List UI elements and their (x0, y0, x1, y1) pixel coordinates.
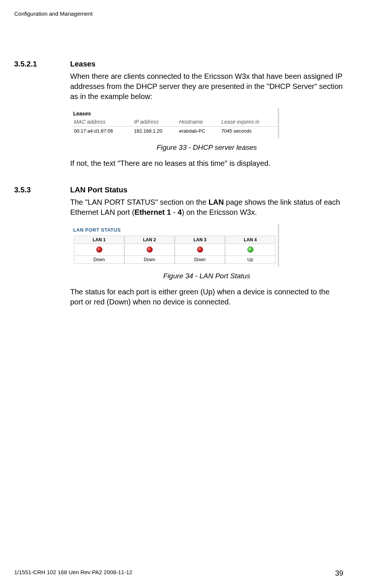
section-number: 3.5.3 (14, 186, 70, 194)
bold-lan: LAN (209, 198, 224, 206)
col-mac: MAC address (72, 117, 132, 127)
figure-lan-port-status: LAN PORT STATUS LAN 1 LAN 2 LAN 3 LAN 4 … (70, 224, 279, 267)
section-number: 3.5.2.1 (14, 60, 70, 68)
cell-expires: 7045 seconds (219, 127, 278, 136)
bold-eth1: Ethernet 1 (134, 208, 171, 216)
cell-mac: 00:17:a4:d1:87:06 (72, 127, 132, 136)
lan-status-4: Up (225, 256, 275, 264)
section-lanport-header: 3.5.3 LAN Port Status (14, 186, 343, 194)
text: - (171, 208, 178, 216)
figure-caption-34: Figure 34 - LAN Port Status (70, 272, 343, 280)
table-header-row: MAC address IP address Hostname Lease ex… (72, 117, 278, 127)
status-down-icon (197, 247, 203, 253)
lan-status-1: Down (74, 256, 124, 264)
section-title: Leases (70, 60, 96, 68)
lan-col-4: LAN 4 (225, 236, 275, 244)
lan-icon-cell-1 (74, 245, 124, 256)
footer-doc-id: 1/1551-CRH 102 168 Uen Rev PA2 2008-11-1… (14, 569, 132, 578)
page-header: Configuration and Management (14, 10, 93, 17)
figure-caption-33: Figure 33 - DHCP server leases (70, 143, 343, 152)
lan-icon-row (74, 245, 275, 256)
lan-icon-cell-3 (175, 245, 225, 256)
lan-col-2: LAN 2 (124, 236, 175, 244)
lan-col-1: LAN 1 (74, 236, 124, 244)
section-leases-para2: If not, the text "There are no leases at… (70, 158, 343, 168)
lan-col-3: LAN 3 (175, 236, 225, 244)
page-number: 39 (335, 569, 343, 578)
section-title: LAN Port Status (70, 186, 127, 194)
section-lanport-para1: The "LAN PORT STATUS" section on the LAN… (70, 197, 343, 217)
lan-status-2: Down (124, 256, 175, 264)
cell-host: erabdab-PC (177, 127, 219, 136)
lan-status-heading: LAN PORT STATUS (72, 226, 278, 236)
bold-4: 4 (178, 208, 182, 216)
status-up-icon (247, 247, 253, 253)
status-down-icon (96, 247, 102, 253)
cell-ip: 192.168.1.20 (132, 127, 177, 136)
lan-icon-cell-4 (225, 245, 275, 256)
lan-header-row: LAN 1 LAN 2 LAN 3 LAN 4 (74, 236, 275, 244)
col-ip: IP address (132, 117, 177, 127)
section-leases-para1: When there are clients connected to the … (70, 71, 343, 102)
leases-table: MAC address IP address Hostname Lease ex… (72, 117, 278, 135)
lan-icon-cell-2 (124, 245, 175, 256)
col-host: Hostname (177, 117, 219, 127)
section-lanport-para2: The status for each port is either green… (70, 287, 343, 307)
status-down-icon (147, 247, 153, 253)
lan-status-3: Down (175, 256, 225, 264)
lan-status-row: Down Down Down Up (74, 256, 275, 264)
text: ) on the Ericsson W3x. (182, 208, 257, 216)
leases-heading: Leases (72, 110, 278, 117)
figure-dhcp-leases: Leases MAC address IP address Hostname L… (70, 108, 279, 138)
page-footer: 1/1551-CRH 102 168 Uen Rev PA2 2008-11-1… (14, 569, 343, 578)
section-leases-header: 3.5.2.1 Leases (14, 60, 343, 68)
text: The "LAN PORT STATUS" section on the (70, 198, 209, 206)
page-content: 3.5.2.1 Leases When there are clients co… (14, 60, 343, 313)
table-row: 00:17:a4:d1:87:06 192.168.1.20 erabdab-P… (72, 127, 278, 136)
col-expires: Lease expires in (219, 117, 278, 127)
